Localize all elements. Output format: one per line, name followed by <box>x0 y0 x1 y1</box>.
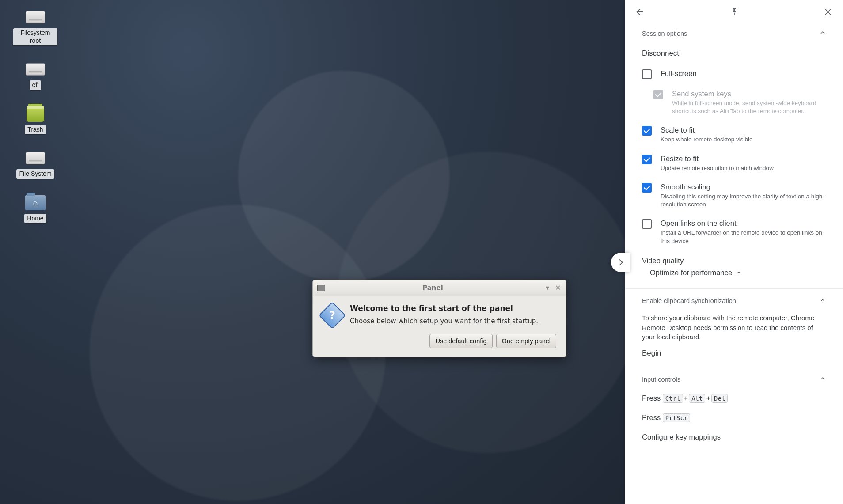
back-button[interactable] <box>634 6 646 18</box>
close-panel-button[interactable] <box>822 6 834 18</box>
arrow-left-icon <box>635 7 645 17</box>
icon-label: File System <box>16 169 54 179</box>
pin-button[interactable] <box>728 6 740 18</box>
desktop-icon-home[interactable]: ⌂ Home <box>11 194 60 224</box>
chevron-up-icon <box>819 375 826 383</box>
resize-to-fit-option[interactable]: Resize to fit Update remote resolution t… <box>642 149 826 178</box>
section-title: Enable clipboard synchronization <box>642 297 736 304</box>
option-description: Disabling this setting may improve the c… <box>661 193 826 208</box>
remote-desktop[interactable]: Filesystem root efi Trash File System ⌂ … <box>0 0 625 504</box>
section-title: Input controls <box>642 376 680 383</box>
option-description: Keep whole remote desktop visible <box>661 136 753 144</box>
drive-icon <box>25 61 46 78</box>
close-icon <box>824 8 832 16</box>
section-title: Session options <box>642 30 687 37</box>
disconnect-button[interactable]: Disconnect <box>642 43 826 64</box>
input-controls-section: Press Ctrl+Alt+Del Press PrtScr Configur… <box>625 389 843 447</box>
scale-to-fit-checkbox[interactable] <box>642 126 652 136</box>
desktop-icon-trash[interactable]: Trash <box>11 106 60 135</box>
use-default-config-button[interactable]: Use default config <box>429 334 492 348</box>
key-ctrl: Ctrl <box>663 394 683 403</box>
divider <box>625 367 843 367</box>
dropdown-icon <box>736 269 742 276</box>
begin-clipboard-button[interactable]: Begin <box>642 343 826 364</box>
option-description: While in full-screen mode, send system-w… <box>672 99 826 115</box>
desktop-icon-filesystem[interactable]: File System <box>11 150 60 179</box>
pin-icon <box>730 8 739 16</box>
option-label: Scale to fit <box>661 126 753 134</box>
key-del: Del <box>711 394 728 403</box>
question-icon: ? <box>319 302 346 329</box>
option-label: Resize to fit <box>661 155 774 163</box>
key-prtscr: PrtScr <box>663 413 691 422</box>
press-ctrl-alt-del-button[interactable]: Press Ctrl+Alt+Del <box>642 389 826 408</box>
scale-to-fit-option[interactable]: Scale to fit Keep whole remote desktop v… <box>642 121 826 149</box>
configure-key-mappings-button[interactable]: Configure key mappings <box>642 428 826 447</box>
session-options-header[interactable]: Session options <box>625 24 843 43</box>
clipboard-description: To share your clipboard with the remote … <box>642 311 826 343</box>
option-description: Update remote resolution to match window <box>661 164 774 172</box>
send-system-keys-option: Send system keys While in full-screen mo… <box>642 84 826 121</box>
video-quality-option: Video quality Optimize for performance <box>642 250 826 286</box>
dialog-message: Choose below which setup you want for th… <box>350 317 538 325</box>
option-label: Smooth scaling <box>661 183 826 191</box>
home-folder-icon: ⌂ <box>25 194 46 211</box>
press-label: Press <box>642 394 661 402</box>
clipboard-section: To share your clipboard with the remote … <box>625 311 843 364</box>
select-value: Optimize for performance <box>650 269 732 277</box>
drive-icon <box>25 9 46 26</box>
fullscreen-checkbox[interactable] <box>642 69 652 79</box>
option-label: Send system keys <box>672 90 826 98</box>
panel-collapse-button[interactable] <box>611 253 630 272</box>
dialog-title: Panel <box>325 284 540 292</box>
icon-label: Home <box>24 214 46 224</box>
icon-label: efi <box>30 80 42 90</box>
clipboard-section-header[interactable]: Enable clipboard synchronization <box>625 292 843 311</box>
key-alt: Alt <box>689 394 705 403</box>
session-options-section: Disconnect Full-screen Send system keys … <box>625 43 843 286</box>
panel-first-start-dialog: Panel ▾ ✕ ? Welcome to the first start o… <box>312 280 566 357</box>
divider <box>625 288 843 289</box>
option-label: Open links on the client <box>661 219 826 227</box>
option-description: Install a URL forwarder on the remote de… <box>661 229 826 245</box>
chevron-up-icon <box>819 297 826 305</box>
open-links-checkbox[interactable] <box>642 219 652 229</box>
option-label: Video quality <box>642 257 826 265</box>
open-links-option[interactable]: Open links on the client Install a URL f… <box>642 214 826 250</box>
chevron-up-icon <box>819 29 826 38</box>
press-label: Press <box>642 413 661 421</box>
one-empty-panel-button[interactable]: One empty panel <box>496 334 556 348</box>
dialog-heading: Welcome to the first start of the panel <box>350 304 538 313</box>
minimize-icon[interactable]: ▾ <box>544 284 551 292</box>
drive-icon <box>25 150 46 167</box>
icon-label: Filesystem root <box>13 28 57 45</box>
desktop-icon-filesystem-root[interactable]: Filesystem root <box>11 9 60 45</box>
desktop-icons: Filesystem root efi Trash File System ⌂ … <box>11 9 60 239</box>
close-icon[interactable]: ✕ <box>554 284 562 292</box>
press-prtscr-button[interactable]: Press PrtScr <box>642 408 826 428</box>
smooth-scaling-option[interactable]: Smooth scaling Disabling this setting ma… <box>642 178 826 214</box>
input-controls-header[interactable]: Input controls <box>625 370 843 389</box>
chevron-right-icon <box>616 258 626 267</box>
icon-label: Trash <box>25 125 46 135</box>
option-label: Full-screen <box>661 69 697 78</box>
smooth-scaling-checkbox[interactable] <box>642 183 652 193</box>
send-system-keys-checkbox <box>653 90 663 99</box>
fullscreen-option[interactable]: Full-screen <box>642 64 826 84</box>
resize-to-fit-checkbox[interactable] <box>642 155 652 164</box>
dialog-body: ? Welcome to the first start of the pane… <box>313 296 566 357</box>
trash-icon <box>25 106 46 122</box>
dialog-titlebar[interactable]: Panel ▾ ✕ <box>313 280 566 296</box>
video-quality-select[interactable]: Optimize for performance <box>642 269 826 277</box>
desktop-icon-efi[interactable]: efi <box>11 61 60 90</box>
panel-header <box>625 0 843 24</box>
remote-desktop-options-panel: Session options Disconnect Full-screen S… <box>625 0 843 504</box>
window-icon <box>317 285 325 291</box>
